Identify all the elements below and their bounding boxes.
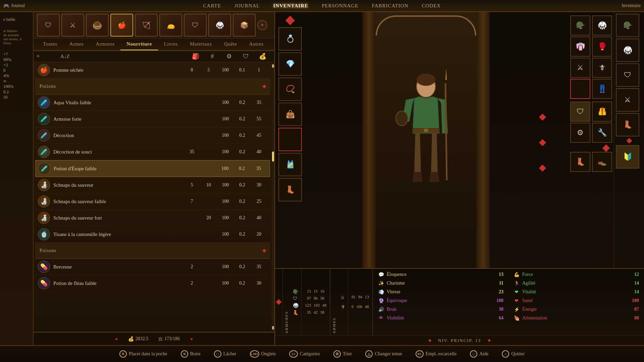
equip-slot-weapon2[interactable]: 🗡	[592, 58, 612, 78]
item-icon: 🍶	[38, 195, 50, 207]
nav-journal[interactable]: JOURNAL	[234, 3, 260, 9]
cat-icon-sword[interactable]: ⚔	[61, 14, 84, 37]
action-boire[interactable]: ✕ Boire	[181, 350, 201, 358]
equip-slot-extra1[interactable]: 🪖	[616, 14, 639, 37]
niv-diamond-left[interactable]: ◆	[428, 338, 431, 343]
equip-slot-misc1[interactable]: ⚙	[570, 123, 590, 143]
equip-slot-extra3[interactable]: 🛡	[616, 63, 639, 87]
nav-diamond-right2[interactable]	[539, 139, 546, 146]
equip-slot-boots[interactable]: 👢	[278, 178, 302, 201]
table-row[interactable]: 🍶 Schnaps du sauveur faible 7 100 0.2 25	[35, 193, 270, 210]
equip-slot-extra4[interactable]: ⚔	[616, 88, 639, 112]
nav-fabrication[interactable]: FABRICATION	[372, 3, 408, 9]
nav-codex[interactable]: CODEX	[422, 3, 441, 9]
cat-icon-helm[interactable]	[86, 14, 109, 37]
equip-slot-misc2[interactable]: 🔧	[592, 123, 612, 143]
action-escarcelle[interactable]: R1 Empl. escarcelle	[416, 350, 457, 358]
table-row[interactable]: 🍵 Tisane à la camomille légère 100 0.2 2…	[35, 226, 270, 243]
sort-icon[interactable]: ≡	[37, 54, 47, 59]
cat-icon-plus[interactable]: +	[257, 20, 267, 30]
equip-slot-leg-armor[interactable]: 🦺	[592, 102, 612, 122]
equip-slot-weapon1[interactable]: ⚔	[570, 58, 590, 78]
tab-autres[interactable]: Autres	[243, 39, 270, 50]
table-row[interactable]: 💊 Potion de fléau faible 2 100 0.2 30	[35, 275, 270, 292]
table-row[interactable]: 🧪 Décoction 100 0.2 45	[35, 127, 270, 144]
scroll-right-indicator[interactable]: ►	[190, 337, 194, 342]
scrollbar[interactable]	[272, 62, 274, 332]
item-icon: 🧪	[38, 163, 50, 175]
equip-slot-feet[interactable]: 👢	[570, 152, 590, 172]
equip-slot-extra5[interactable]: 👢	[616, 113, 639, 136]
tab-armes[interactable]: Armes	[63, 39, 90, 50]
cat-icon-arrow[interactable]: 🏹	[135, 14, 158, 37]
nav-inventaire[interactable]: INVENTAIRE	[273, 3, 308, 9]
cat-icon-pouch[interactable]: 👝	[159, 14, 182, 37]
action-categories[interactable]: L2 Catégories	[289, 350, 320, 358]
equip-slot-empty1[interactable]	[570, 79, 590, 99]
scroll-thumb[interactable]	[272, 152, 274, 162]
table-row[interactable]: 🍶 Schnaps du sauveur 5 10 100 0.2 30	[35, 177, 270, 193]
table-row-selected[interactable]: 🧪 Potion d'Ésope faible 100 0.2 35	[35, 160, 270, 177]
table-row[interactable]: 🧪 Décoction de souci 35 100 0.2 40	[35, 144, 270, 160]
nav-diamond-right3[interactable]	[539, 165, 546, 172]
nav-diamond-left[interactable]	[285, 16, 295, 25]
table-row[interactable]: 🍎 Pomme séchée 8 5 100 0.1 1	[35, 62, 270, 78]
nav-diamond-right[interactable]	[539, 113, 546, 120]
cat-icon-all[interactable]: 🛡	[37, 14, 60, 37]
table-row[interactable]: 🍶 Schnaps du sauveur fort 20 100 0.2 40	[35, 210, 270, 226]
niv-diamond-right[interactable]: ◆	[488, 338, 491, 343]
item-col1: 35	[183, 149, 200, 155]
action-onglets[interactable]: L1R1 Onglets	[250, 350, 276, 358]
nav-diamond-equip[interactable]	[602, 144, 610, 152]
action-aide[interactable]: □ Aide	[470, 350, 488, 358]
equip-slot-extra2[interactable]: 🥋	[616, 39, 639, 62]
item-col4: 0.2	[234, 100, 251, 105]
tab-livres[interactable]: Livres	[158, 39, 184, 50]
cat-icon-coat[interactable]: 🥋	[208, 14, 231, 37]
gold-value: 2832.5	[136, 336, 149, 342]
action-lacher[interactable]: □ Lâcher	[214, 350, 236, 358]
action-aide-label: Aide	[479, 351, 488, 357]
cat-icon-shield2[interactable]: 🛡	[184, 14, 207, 37]
equip-slot-extra6[interactable]: 🔰	[616, 145, 639, 169]
equip-slot-torso-armor[interactable]: 🛡	[570, 102, 590, 122]
action-quitter[interactable]: ○ Quitter	[502, 350, 525, 358]
action-placer[interactable]: ✕ Placer dans la poche	[119, 350, 167, 358]
stat-row-equivoque: 🔮 Équivoque 100	[378, 298, 503, 304]
equip-slot-ring[interactable]: 💍	[278, 27, 302, 51]
table-row[interactable]: 🧪 Aqua Vitalis faible 100 0.2 35	[35, 95, 270, 111]
equip-slot-belt[interactable]: 🎽	[278, 153, 302, 176]
equip-slot-shoulder[interactable]: 🥋	[592, 15, 612, 36]
equip-slot-amulet[interactable]: 📿	[278, 77, 302, 101]
action-changer-tenue[interactable]: △ Changer tenue	[365, 350, 402, 358]
item-list[interactable]: 🍎 Pomme séchée 8 5 100 0.1 1 Potions 🧪 A…	[34, 62, 272, 332]
nav-personnage[interactable]: PERSONNAGE	[322, 3, 358, 9]
vitalite-val: 14	[629, 289, 639, 295]
equip-slot-special[interactable]	[278, 128, 302, 151]
scroll-left-indicator[interactable]: ◄	[114, 337, 118, 342]
tab-nourriture[interactable]: Nourriture	[120, 39, 158, 50]
equip-slot-legs[interactable]: 👖	[592, 79, 612, 99]
tab-materiaux[interactable]: Matériaux	[184, 39, 218, 50]
nav-carte[interactable]: CARTE	[203, 3, 221, 9]
table-row[interactable]: 💊 Berceuse 2 100 0.2 35	[35, 259, 270, 275]
tab-armures[interactable]: Armures	[90, 39, 120, 50]
tab-toutes[interactable]: Toutes	[37, 39, 63, 50]
item-name: Potion de fléau faible	[53, 281, 183, 286]
key-square-2: □	[470, 350, 477, 358]
cat-icon-misc[interactable]: 📦	[233, 14, 256, 37]
equip-slot-chest[interactable]: 👘	[570, 37, 590, 57]
action-trier[interactable]: ⚙ Trier	[333, 350, 352, 358]
table-row[interactable]: 🧪 Armoise forte 100 0.2 55	[35, 111, 270, 127]
equip-slot-gem[interactable]: 💎	[278, 52, 302, 76]
equip-slot-bag[interactable]: 👜	[278, 103, 302, 126]
stats-nav-diamond-left[interactable]	[276, 299, 282, 305]
equip-slot-helm[interactable]: 🪖	[570, 15, 590, 36]
equip-slot-hands[interactable]: 🥊	[592, 37, 612, 57]
nav-diamond-far-right[interactable]	[626, 138, 632, 144]
col-name-header[interactable]: A↓Z	[47, 54, 187, 59]
equip-slot-feet2[interactable]: 👞	[592, 152, 612, 172]
tab-quete[interactable]: Quête	[218, 39, 243, 50]
cat-icon-food[interactable]: 🍎	[110, 14, 133, 37]
armor-icon-4: 👢	[293, 310, 299, 315]
